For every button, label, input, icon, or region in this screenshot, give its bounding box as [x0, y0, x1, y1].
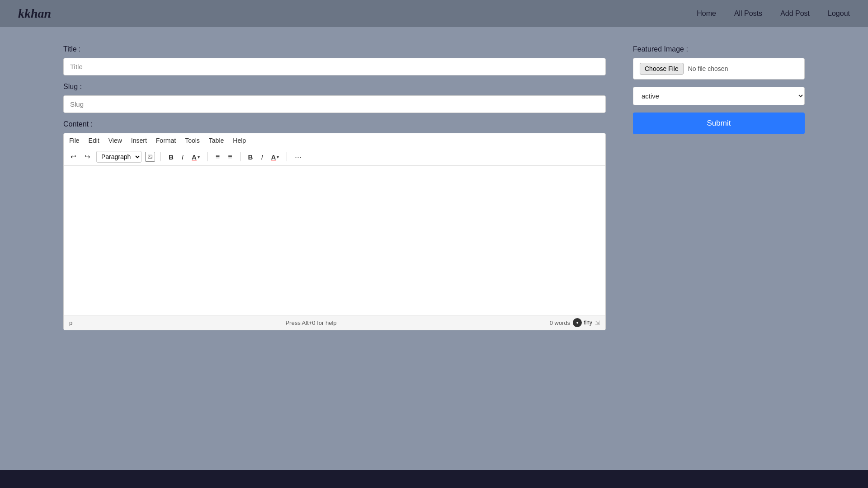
submit-button[interactable]: Submit — [633, 113, 805, 134]
left-column: Title : Slug : Content : File Edit View … — [63, 45, 606, 452]
title-input[interactable] — [63, 58, 606, 75]
featured-image-label: Featured Image : — [633, 45, 805, 53]
menu-view[interactable]: View — [108, 137, 122, 144]
editor-element-tag: p — [69, 319, 72, 326]
navbar: kkhan Home All Posts Add Post Logout — [0, 0, 868, 27]
featured-image-group: Featured Image : Choose File No file cho… — [633, 45, 805, 80]
slug-input[interactable] — [63, 95, 606, 113]
status-select[interactable]: active inactive draft — [633, 87, 805, 105]
file-input-box: Choose File No file chosen — [633, 58, 805, 80]
bold-button-2[interactable]: B — [246, 152, 255, 162]
editor-menubar: File Edit View Insert Format Tools Table… — [64, 133, 605, 148]
content-label: Content : — [63, 120, 606, 128]
paragraph-format-select[interactable]: Paragraph Heading 1 Heading 2 Heading 3 — [96, 151, 142, 163]
nav-add-post-link[interactable]: Add Post — [780, 9, 810, 17]
nav-all-posts-link[interactable]: All Posts — [734, 9, 762, 17]
editor-word-count: 0 words — [550, 319, 571, 326]
tinymce-badge: ● tiny — [573, 318, 592, 327]
toolbar-separator-1 — [160, 152, 161, 161]
menu-edit[interactable]: Edit — [89, 137, 99, 144]
more-options-button[interactable]: ⋯ — [292, 151, 304, 162]
svg-rect-0 — [148, 155, 152, 159]
title-label: Title : — [63, 45, 606, 53]
slug-label: Slug : — [63, 83, 606, 91]
tiny-text: tiny — [584, 319, 592, 326]
editor-container: File Edit View Insert Format Tools Table… — [63, 133, 606, 330]
nav-logout-link[interactable]: Logout — [828, 9, 850, 17]
editor-hint: Press Alt+0 for help — [285, 319, 336, 326]
status-field-group: active inactive draft — [633, 87, 805, 105]
align-left-button[interactable]: ≡ — [213, 151, 222, 162]
content-field-group: Content : File Edit View Insert Format T… — [63, 120, 606, 330]
resize-handle-icon[interactable]: ⇲ — [595, 319, 600, 326]
bold-button[interactable]: B — [166, 152, 176, 162]
undo-button[interactable]: ↩ — [68, 151, 79, 162]
italic-button[interactable]: I — [179, 152, 186, 162]
menu-file[interactable]: File — [69, 137, 80, 144]
text-color-button-2[interactable]: A ▾ — [269, 152, 282, 162]
menu-tools[interactable]: Tools — [185, 137, 200, 144]
menu-insert[interactable]: Insert — [131, 137, 147, 144]
editor-toolbar: ↩ ↪ Paragraph Heading 1 Heading 2 Headin… — [64, 148, 605, 166]
nav-home-link[interactable]: Home — [697, 9, 716, 17]
toolbar-separator-2 — [208, 152, 208, 161]
nav-links: Home All Posts Add Post Logout — [697, 9, 850, 18]
editor-statusbar: p Press Alt+0 for help 0 words ● tiny ⇲ — [64, 315, 605, 330]
site-logo: kkhan — [18, 6, 51, 21]
text-color-button[interactable]: A ▾ — [189, 152, 202, 162]
toolbar-separator-4 — [287, 152, 287, 161]
right-column: Featured Image : Choose File No file cho… — [633, 45, 805, 452]
main-content: Title : Slug : Content : File Edit View … — [0, 27, 868, 470]
no-file-text: No file chosen — [688, 65, 728, 72]
menu-help[interactable]: Help — [233, 137, 246, 144]
editor-body[interactable] — [64, 166, 605, 315]
insert-image-button[interactable] — [145, 152, 155, 162]
align-center-button[interactable]: ≡ — [226, 151, 234, 162]
footer — [0, 470, 868, 488]
title-field-group: Title : — [63, 45, 606, 75]
slug-field-group: Slug : — [63, 83, 606, 113]
tiny-logo-icon: ● — [573, 318, 582, 327]
italic-button-2[interactable]: I — [259, 152, 265, 162]
toolbar-separator-3 — [240, 152, 241, 161]
redo-button[interactable]: ↪ — [82, 151, 93, 162]
menu-format[interactable]: Format — [156, 137, 176, 144]
menu-table[interactable]: Table — [209, 137, 224, 144]
choose-file-button[interactable]: Choose File — [640, 63, 684, 75]
